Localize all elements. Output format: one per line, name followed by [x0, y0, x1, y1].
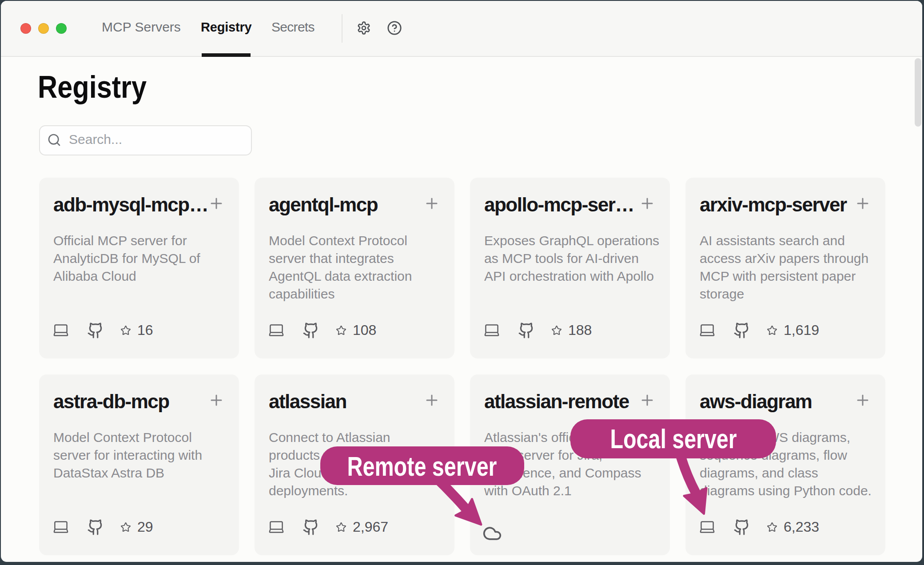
svg-text:Remote server: Remote server	[347, 451, 497, 481]
svg-text:Local server: Local server	[610, 423, 737, 454]
